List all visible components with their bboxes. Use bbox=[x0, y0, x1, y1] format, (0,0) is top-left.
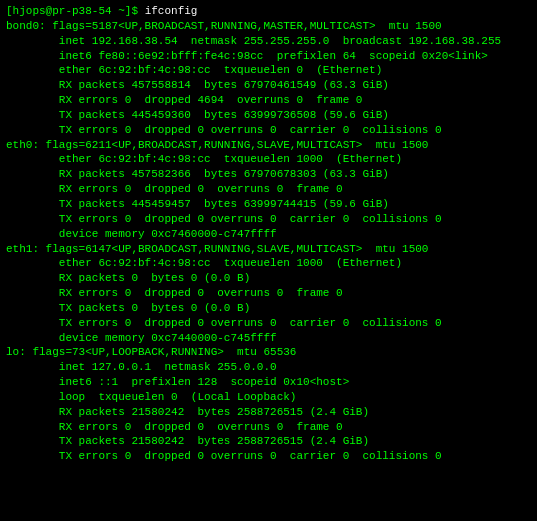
terminal-line: device memory 0xc7440000-c745ffff bbox=[6, 331, 531, 346]
terminal-line: lo: flags=73<UP,LOOPBACK,RUNNING> mtu 65… bbox=[6, 345, 531, 360]
terminal-line: ether 6c:92:bf:4c:98:cc txqueuelen 0 (Et… bbox=[6, 63, 531, 78]
terminal-line: inet 127.0.0.1 netmask 255.0.0.0 bbox=[6, 360, 531, 375]
terminal-line: TX errors 0 dropped 0 overruns 0 carrier… bbox=[6, 316, 531, 331]
terminal-line: RX errors 0 dropped 4694 overruns 0 fram… bbox=[6, 93, 531, 108]
terminal-line: bond0: flags=5187<UP,BROADCAST,RUNNING,M… bbox=[6, 19, 531, 34]
terminal-line: RX errors 0 dropped 0 overruns 0 frame 0 bbox=[6, 182, 531, 197]
terminal-line: device memory 0xc7460000-c747ffff bbox=[6, 227, 531, 242]
terminal-line: eth1: flags=6147<UP,BROADCAST,RUNNING,SL… bbox=[6, 242, 531, 257]
terminal-line: TX packets 445459360 bytes 63999736508 (… bbox=[6, 108, 531, 123]
terminal-line: TX errors 0 dropped 0 overruns 0 carrier… bbox=[6, 449, 531, 464]
terminal-line: [hjops@pr-p38-54 ~]$ ifconfig bbox=[6, 4, 531, 19]
terminal-line: eth0: flags=6211<UP,BROADCAST,RUNNING,SL… bbox=[6, 138, 531, 153]
terminal-line: TX packets 21580242 bytes 2588726515 (2.… bbox=[6, 434, 531, 449]
terminal-line: loop txqueuelen 0 (Local Loopback) bbox=[6, 390, 531, 405]
terminal-line: inet 192.168.38.54 netmask 255.255.255.0… bbox=[6, 34, 531, 49]
terminal-line: RX packets 457558814 bytes 67970461549 (… bbox=[6, 78, 531, 93]
terminal-line: TX errors 0 dropped 0 overruns 0 carrier… bbox=[6, 123, 531, 138]
terminal-line: ether 6c:92:bf:4c:98:cc txqueuelen 1000 … bbox=[6, 152, 531, 167]
terminal-line: inet6 ::1 prefixlen 128 scopeid 0x10<hos… bbox=[6, 375, 531, 390]
terminal-line: RX packets 0 bytes 0 (0.0 B) bbox=[6, 271, 531, 286]
terminal-line: ether 6c:92:bf:4c:98:cc txqueuelen 1000 … bbox=[6, 256, 531, 271]
terminal-line: RX errors 0 dropped 0 overruns 0 frame 0 bbox=[6, 286, 531, 301]
terminal-line: RX errors 0 dropped 0 overruns 0 frame 0 bbox=[6, 420, 531, 435]
terminal-line: inet6 fe80::6e92:bfff:fe4c:98cc prefixle… bbox=[6, 49, 531, 64]
terminal-line: RX packets 457582366 bytes 67970678303 (… bbox=[6, 167, 531, 182]
terminal-line: TX packets 0 bytes 0 (0.0 B) bbox=[6, 301, 531, 316]
terminal-line: TX errors 0 dropped 0 overruns 0 carrier… bbox=[6, 212, 531, 227]
terminal-window[interactable]: [hjops@pr-p38-54 ~]$ ifconfigbond0: flag… bbox=[0, 0, 537, 521]
terminal-line: TX packets 445459457 bytes 63999744415 (… bbox=[6, 197, 531, 212]
terminal-line: RX packets 21580242 bytes 2588726515 (2.… bbox=[6, 405, 531, 420]
